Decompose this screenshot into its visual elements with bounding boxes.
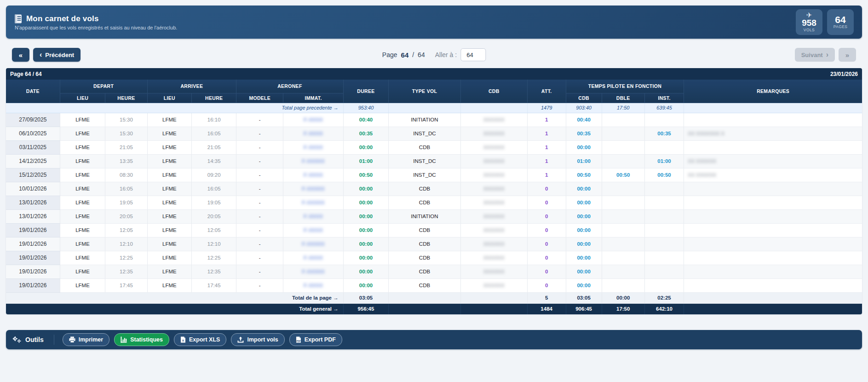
cell-cdb-name: XXXXXX: [460, 265, 527, 278]
cell-depart-lieu: LFME: [60, 251, 105, 265]
table-date: 23/01/2026: [830, 71, 858, 77]
cell-depart-lieu: LFME: [60, 278, 105, 292]
export-xls-button[interactable]: x Export XLS: [174, 333, 226, 346]
flight-table: DATE DEPART ARRIVEE AERONEF DUREE TYPE V…: [6, 80, 862, 314]
page-total-dble: 00:00: [602, 292, 644, 303]
svg-text:PDF: PDF: [296, 340, 300, 342]
previous-total-label: Total page precedente →: [6, 103, 343, 113]
cell-immat-link[interactable]: F-XXXXX: [283, 196, 343, 209]
cell-type-vol: CDB: [389, 140, 460, 154]
pages-count: 64: [835, 15, 845, 24]
statistiques-button[interactable]: Statistiques: [114, 333, 169, 346]
import-vols-button[interactable]: Import vols: [231, 333, 284, 346]
table-row: 19/01/2026LFME12:10LFME12:10-F-XXXXX00:0…: [6, 237, 862, 251]
last-page-button[interactable]: »: [839, 48, 856, 62]
cell-date: 27/09/2025: [6, 113, 60, 127]
cell-duree: 00:00: [343, 251, 389, 265]
cell-duree: 00:50: [343, 168, 389, 182]
cell-depart-lieu: LFME: [60, 113, 105, 127]
cell-immat-link[interactable]: F-XXXX: [283, 209, 343, 223]
printer-icon: [69, 336, 75, 343]
table-row: 19/01/2026LFME12:25LFME12:25-F-XXXX00:00…: [6, 251, 862, 265]
flight-rows: 27/09/2025LFME15:30LFME16:10-F-XXXX00:40…: [6, 113, 862, 292]
goto-label: Aller à :: [435, 51, 457, 58]
export-xls-label: Export XLS: [189, 336, 220, 343]
cell-depart-lieu: LFME: [60, 168, 105, 182]
cell-modele: -: [236, 182, 283, 196]
cell-arrivee-heure: 09:20: [192, 168, 236, 182]
file-pdf-icon: PDF: [296, 336, 301, 343]
cell-cdb-name: XXXXXX: [460, 237, 527, 251]
cell-temps-dble: 00:50: [602, 168, 644, 182]
cell-type-vol: INST_DC: [389, 127, 460, 140]
cell-immat-link[interactable]: F-XXXX: [283, 168, 343, 182]
cell-temps-dble: [602, 251, 644, 265]
table-row: 03/11/2025LFME21:05LFME21:05-F-XXXX00:00…: [6, 140, 862, 154]
export-pdf-button[interactable]: PDF Export PDF: [289, 333, 342, 346]
cell-immat-link[interactable]: F-XXXX: [283, 140, 343, 154]
chevron-right-icon: ›: [826, 51, 828, 58]
cell-immat-link[interactable]: F-XXXX: [283, 278, 343, 292]
cell-arrivee-lieu: LFME: [147, 140, 192, 154]
cell-immat-link[interactable]: F-XXXXX: [283, 182, 343, 196]
cell-arrivee-lieu: LFME: [147, 182, 192, 196]
cell-temps-dble: [602, 278, 644, 292]
previous-total-dble: 17:50: [602, 103, 644, 113]
cell-immat-link[interactable]: F-XXXXX: [283, 154, 343, 168]
cell-cdb-name: XXXXXX: [460, 140, 527, 154]
cell-immat-link[interactable]: F-XXXX: [283, 127, 343, 140]
cell-immat-link[interactable]: F-XXXX: [283, 113, 343, 127]
previous-total-att: 1479: [527, 103, 566, 113]
cell-immat-link[interactable]: F-XXXXX: [283, 237, 343, 251]
plane-icon: ✈: [806, 12, 812, 18]
cell-temps-cdb: 00:00: [566, 209, 602, 223]
cell-att: 1: [527, 113, 566, 127]
page-word: Page: [382, 51, 397, 58]
cell-arrivee-lieu: LFME: [147, 223, 192, 237]
page-subtitle: N'apparaissent que les vols enregistrés …: [15, 25, 177, 30]
cell-remarque: [684, 278, 862, 292]
cell-cdb-name: XXXXXX: [460, 182, 527, 196]
cell-immat-link[interactable]: F-XXXX: [283, 223, 343, 237]
cell-duree: 00:00: [343, 237, 389, 251]
cell-duree: 00:00: [343, 265, 389, 278]
goto-page-input[interactable]: [460, 48, 486, 61]
cell-temps-cdb: 00:50: [566, 168, 602, 182]
cell-remarque: [684, 223, 862, 237]
toolbar-divider: [54, 335, 54, 345]
cell-att: 0: [527, 265, 566, 278]
colgroup-aeronef: AERONEF: [236, 80, 344, 93]
cell-date: 15/12/2025: [6, 168, 60, 182]
cell-att: 0: [527, 223, 566, 237]
cell-date: 19/01/2026: [6, 251, 60, 265]
table-page-indicator: Page 64 / 64: [10, 71, 42, 77]
cell-remarque: [684, 237, 862, 251]
cell-depart-heure: 19:05: [105, 196, 147, 209]
next-page-button[interactable]: Suivant ›: [795, 48, 835, 62]
cell-cdb-name: XXXXXX: [460, 251, 527, 265]
tools-title: Outils: [25, 336, 44, 343]
table-row: 13/01/2026LFME20:05LFME20:05-F-XXXX00:00…: [6, 209, 862, 223]
cell-temps-inst: [644, 278, 684, 292]
cell-type-vol: INITIATION: [389, 209, 460, 223]
cell-modele: -: [236, 168, 283, 182]
imprimer-button[interactable]: Imprimer: [63, 333, 110, 346]
cell-temps-cdb: 00:00: [566, 265, 602, 278]
cell-arrivee-lieu: LFME: [147, 265, 192, 278]
cell-modele: -: [236, 223, 283, 237]
cell-type-vol: CDB: [389, 251, 460, 265]
grand-total-att: 1484: [527, 303, 566, 314]
first-page-button[interactable]: «: [12, 48, 29, 62]
col-att: ATT.: [527, 80, 566, 103]
page-total-duree: 03:05: [343, 292, 389, 303]
cell-att: 0: [527, 196, 566, 209]
cell-duree: 00:00: [343, 223, 389, 237]
cell-immat-link[interactable]: F-XXXX: [283, 251, 343, 265]
cell-immat-link[interactable]: F-XXXXX: [283, 265, 343, 278]
cell-temps-dble: [602, 265, 644, 278]
previous-page-button[interactable]: ‹ Précédent: [33, 48, 80, 62]
cell-date: 19/01/2026: [6, 278, 60, 292]
cell-cdb-name: XXXXXX: [460, 278, 527, 292]
cell-depart-lieu: LFME: [60, 237, 105, 251]
cell-modele: -: [236, 154, 283, 168]
